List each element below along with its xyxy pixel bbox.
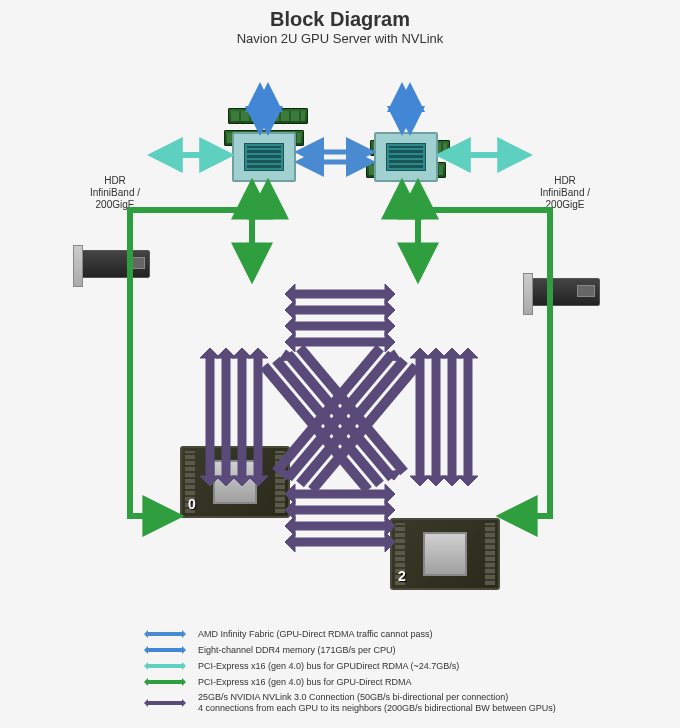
diagram-canvas: Block Diagram Navion 2U GPU Server with …: [0, 0, 680, 728]
double-arrow-icon: [140, 660, 190, 672]
svg-line-10: [288, 354, 392, 478]
double-arrow-icon: [140, 628, 190, 640]
svg-marker-20: [384, 350, 402, 362]
cpu-right: [374, 132, 438, 182]
nic-right-label: HDR InfiniBand / 200GigE: [530, 175, 600, 211]
double-arrow-icon: [140, 644, 190, 656]
connections-overlay: [0, 0, 680, 728]
svg-marker-18: [278, 350, 296, 362]
gpu-2: 2: [390, 518, 500, 590]
svg-line-15: [276, 348, 380, 472]
nic-left: [80, 250, 150, 278]
gpu-0: 0: [180, 446, 290, 518]
svg-line-14: [288, 354, 392, 478]
svg-marker-19: [384, 470, 402, 480]
svg-line-17: [312, 366, 416, 490]
page-title: Block Diagram: [0, 0, 680, 31]
svg-line-16: [300, 360, 404, 484]
double-arrow-icon: [140, 676, 190, 688]
page-subtitle: Navion 2U GPU Server with NVLink: [0, 31, 680, 46]
dimm-left-back: [228, 108, 308, 124]
nic-right: [530, 278, 600, 306]
svg-line-11: [300, 348, 404, 472]
legend-row: AMD Infinity Fabric (GPU-Direct RDMA tra…: [140, 628, 556, 640]
legend-row: 25GB/s NVIDIA NVLink 3.0 Connection (50G…: [140, 692, 556, 714]
legend: AMD Infinity Fabric (GPU-Direct RDMA tra…: [140, 628, 556, 718]
svg-line-12: [276, 360, 380, 484]
legend-row: PCI-Express x16 (gen 4.0) bus for GPU-Di…: [140, 676, 556, 688]
cpu-left: [232, 132, 296, 182]
legend-row: Eight-channel DDR4 memory (171GB/s per C…: [140, 644, 556, 656]
double-arrow-icon: [140, 697, 190, 709]
nic-left-label: HDR InfiniBand / 200GigE: [80, 175, 150, 211]
legend-row: PCI-Express x16 (gen 4.0) bus for GPUDir…: [140, 660, 556, 672]
